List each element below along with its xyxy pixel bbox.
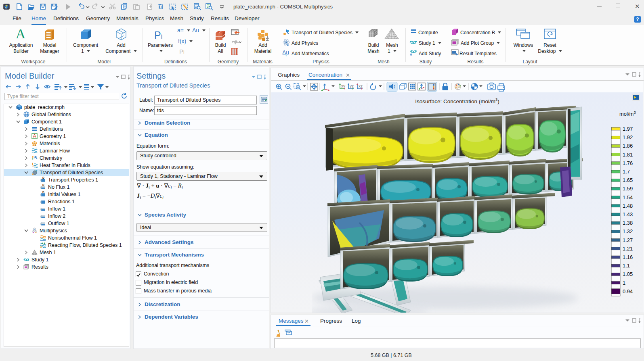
svg-text:1.97: 1.97 xyxy=(623,126,633,132)
svg-text:1.1: 1.1 xyxy=(623,263,630,269)
svg-text:1: 1 xyxy=(623,280,625,286)
svg-text:D: D xyxy=(42,191,44,194)
svg-text:1.7: 1.7 xyxy=(623,169,630,175)
svg-text:1.48: 1.48 xyxy=(623,203,633,209)
svg-text:1.27: 1.27 xyxy=(623,237,633,243)
svg-text:1.43: 1.43 xyxy=(623,211,633,217)
svg-text:1.21: 1.21 xyxy=(623,246,633,252)
svg-text:1.54: 1.54 xyxy=(623,194,633,200)
svg-text:1.59: 1.59 xyxy=(623,186,633,192)
svg-text:yz: yz xyxy=(350,84,354,88)
svg-text:1.32: 1.32 xyxy=(623,228,633,234)
svg-text:D: D xyxy=(42,184,44,186)
svg-text:0.94: 0.94 xyxy=(623,288,633,294)
svg-text:xy: xy xyxy=(341,84,345,88)
svg-text:1.86: 1.86 xyxy=(623,143,633,149)
svg-text:1.05: 1.05 xyxy=(623,271,633,277)
svg-text:1.76: 1.76 xyxy=(623,160,633,166)
svg-text:1.16: 1.16 xyxy=(623,254,633,260)
svg-text:1.81: 1.81 xyxy=(623,152,633,158)
svg-text:1.38: 1.38 xyxy=(623,220,633,226)
svg-text:D: D xyxy=(42,177,44,179)
svg-text:1.92: 1.92 xyxy=(623,134,633,140)
svg-text:xz: xz xyxy=(359,84,363,88)
svg-text:1.65: 1.65 xyxy=(623,177,633,183)
